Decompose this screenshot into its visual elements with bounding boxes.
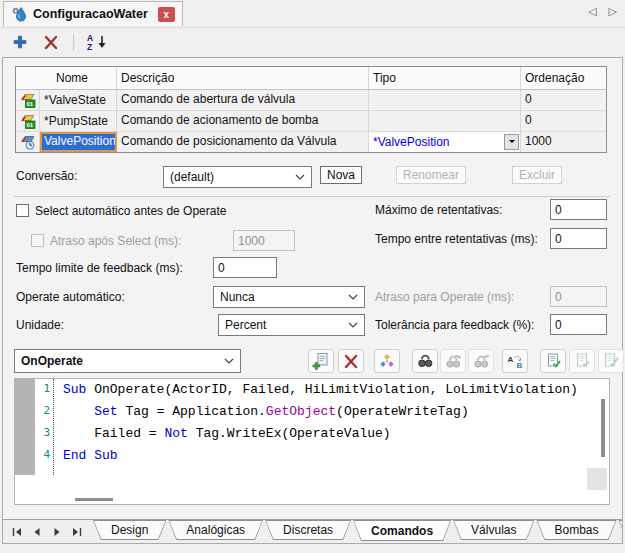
- find-icon[interactable]: [412, 349, 438, 373]
- auto-operate-select[interactable]: Nunca: [213, 286, 365, 308]
- feedback-timeout-label: Tempo limite de feedback (ms):: [16, 261, 183, 275]
- tag-description-cell: Comando de abertura de válvula: [117, 90, 369, 110]
- sheet-tab-bombas[interactable]: Bombas: [536, 520, 616, 540]
- script-event-select[interactable]: OnOperate: [14, 349, 241, 373]
- sheet-tab-label: Analógicas: [186, 523, 245, 537]
- last-sheet-icon[interactable]: [70, 525, 83, 538]
- analog-command-icon: [16, 132, 40, 152]
- document-tab-title: ConfiguracaoWater: [33, 7, 148, 21]
- sheet-tab-label: Design: [111, 523, 148, 537]
- tag-toolbar: A Z: [0, 27, 625, 57]
- add-tag-icon[interactable]: [9, 31, 31, 53]
- editor-vertical-scrollbar[interactable]: [601, 399, 605, 457]
- sheet-tab-válvulas[interactable]: Válvulas: [453, 520, 534, 540]
- table-row[interactable]: 01 *ValveStateComando de abertura de vál…: [16, 90, 606, 110]
- tag-description-cell: Comando de posicionamento da Válvula: [117, 132, 369, 152]
- delay-after-select-checkbox: [31, 234, 44, 247]
- nova-button[interactable]: Nova: [320, 166, 362, 184]
- sheet-tab-label: Válvulas: [471, 523, 516, 537]
- code-area[interactable]: 1Sub OnOperate(ActorID, Failed, HiLimitV…: [15, 382, 593, 470]
- sheet-tabs: DesignAnalógicasDiscretasComandosVálvula…: [93, 520, 622, 541]
- svg-text:01: 01: [27, 101, 34, 107]
- digital-command-icon: 01: [16, 90, 40, 110]
- tag-table-header: Nome Descrição Tipo Ordenação: [16, 67, 606, 90]
- svg-text:01: 01: [27, 122, 34, 128]
- toolbar-separator: [73, 33, 74, 51]
- conversion-label: Conversão:: [16, 169, 77, 183]
- svg-text:Z: Z: [87, 42, 92, 51]
- tag-table-body: 01 *ValveStateComando de abertura de vál…: [16, 90, 606, 152]
- replace-icon[interactable]: A B: [502, 349, 528, 373]
- max-retries-label: Máximo de retentativas:: [375, 203, 502, 217]
- svg-text:B: B: [517, 361, 523, 369]
- previous-sheet-icon[interactable]: [30, 525, 43, 538]
- verify-all-scripts-icon: [598, 349, 624, 373]
- verify-section-icon: [569, 349, 595, 373]
- type-dropdown-button[interactable]: [504, 134, 519, 150]
- tag-name-cell[interactable]: ValvePosition: [40, 132, 117, 152]
- sheet-tab-medidas[interactable]: Medidas: [619, 520, 623, 540]
- feedback-timeout-input[interactable]: [213, 257, 277, 278]
- editor-horizontal-scrollbar[interactable]: [75, 498, 113, 501]
- appbrowser-icon[interactable]: [374, 349, 400, 373]
- sheet-tab-design[interactable]: Design: [93, 520, 166, 540]
- select-auto-checkbox[interactable]: [16, 204, 29, 217]
- first-sheet-icon[interactable]: [10, 525, 23, 538]
- max-retries-input[interactable]: [550, 199, 607, 220]
- tag-type-value: *ValvePosition: [373, 135, 450, 149]
- sheet-tab-comandos[interactable]: Comandos: [353, 520, 451, 541]
- separator: [14, 196, 610, 197]
- operate-delay-input: [550, 286, 607, 307]
- operate-delay-label: Atraso para Operate (ms):: [375, 290, 514, 304]
- document-tabbar: ConfiguracaoWater x ◁ ▷: [0, 0, 625, 28]
- select-auto-label: Select automático antes de Operate: [35, 204, 226, 218]
- sheet-tabbar: DesignAnalógicasDiscretasComandosVálvula…: [2, 519, 623, 544]
- conversion-select[interactable]: (default): [163, 166, 312, 188]
- unit-label: Unidade:: [16, 318, 64, 332]
- sheet-tab-label: Comandos: [371, 524, 433, 538]
- column-header-tipo[interactable]: Tipo: [369, 67, 521, 89]
- line-number: 4: [36, 448, 50, 461]
- table-row[interactable]: 01 *PumpStateComando de acionamento de b…: [16, 110, 606, 131]
- close-tab-icon[interactable]: x: [158, 7, 175, 22]
- sheet-tab-label: Discretas: [283, 523, 333, 537]
- chevron-down-icon: [348, 294, 358, 300]
- tag-order-cell: 0: [521, 90, 606, 110]
- line-number: 2: [36, 404, 50, 417]
- tag-name-cell[interactable]: *PumpState: [40, 111, 117, 131]
- excluir-button: Excluir: [512, 166, 562, 184]
- document-tab-configuracaowater[interactable]: ConfiguracaoWater x: [3, 1, 183, 26]
- feedback-tolerance-input[interactable]: [550, 314, 607, 335]
- sort-az-icon[interactable]: A Z: [85, 31, 111, 53]
- tag-description-cell: Comando de acionamento de bomba: [117, 111, 369, 131]
- column-header-descricao[interactable]: Descrição: [117, 67, 369, 89]
- digital-command-icon: 01: [16, 111, 40, 131]
- tag-order-cell: 0: [521, 111, 606, 131]
- new-script-icon[interactable]: [308, 349, 334, 373]
- tag-type-cell: [369, 111, 521, 131]
- scroll-tabs-left-icon[interactable]: ◁: [588, 5, 596, 18]
- unit-select[interactable]: Percent: [218, 314, 365, 336]
- tag-table: Nome Descrição Tipo Ordenação 01 *ValveS…: [15, 66, 607, 153]
- line-number: 3: [36, 426, 50, 439]
- chevron-down-icon: [348, 322, 358, 328]
- script-editor[interactable]: 1Sub OnOperate(ActorID, Failed, HiLimitV…: [14, 378, 610, 505]
- delete-tag-icon[interactable]: [40, 31, 62, 53]
- delete-script-icon[interactable]: [338, 349, 364, 373]
- retry-interval-label: Tempo entre retentativas (ms):: [375, 232, 538, 246]
- scroll-tabs-right-icon[interactable]: ▷: [609, 5, 617, 18]
- chevron-down-icon: [224, 358, 234, 364]
- sheet-tab-analógicas[interactable]: Analógicas: [168, 520, 263, 540]
- editor-scroll-corner: [587, 468, 607, 490]
- tag-name-cell[interactable]: *ValveState: [40, 90, 117, 110]
- sheet-tab-discretas[interactable]: Discretas: [265, 520, 351, 540]
- svg-text:A: A: [508, 355, 514, 364]
- column-header-ordenacao[interactable]: Ordenação: [521, 67, 606, 89]
- tag-type-cell: [369, 90, 521, 110]
- next-sheet-icon[interactable]: [50, 525, 63, 538]
- column-header-nome[interactable]: Nome: [16, 67, 117, 89]
- table-row[interactable]: ValvePositionComando de posicionamento d…: [16, 131, 606, 152]
- verify-script-icon[interactable]: [540, 349, 566, 373]
- retry-interval-input[interactable]: [550, 228, 607, 249]
- code-line: 3 Failed = Not Tag.WriteEx(OperateValue): [15, 426, 593, 448]
